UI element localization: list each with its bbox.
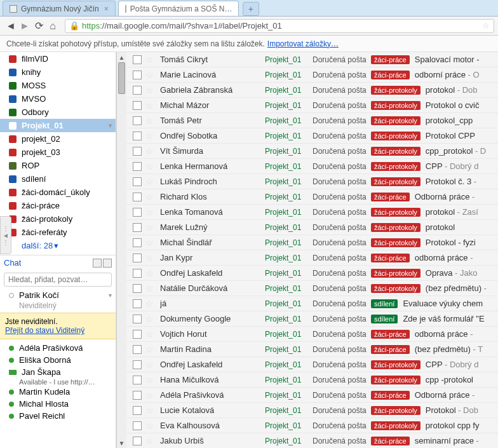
mail-row[interactable]: ☆Jakub UrbišProjekt_01Doručená poštažáci…: [126, 433, 498, 448]
mail-row[interactable]: ☆Natálie DurčákováProjekt_01Doručená poš…: [126, 281, 498, 296]
mail-row[interactable]: ☆Vít ŠimurdaProjekt_01Doručená poštažáci…: [126, 144, 498, 159]
mail-checkbox[interactable]: [133, 193, 142, 201]
mail-row[interactable]: ☆Richard KlosProjekt_01Doručená poštažác…: [126, 189, 498, 205]
sidebar-label-item[interactable]: ROP: [0, 159, 116, 172]
mail-checkbox[interactable]: [133, 254, 142, 262]
close-icon[interactable]: ×: [104, 4, 109, 13]
sidebar-label-item[interactable]: projekt_02: [0, 132, 116, 146]
star-icon[interactable]: ☆: [145, 207, 154, 217]
star-icon[interactable]: ☆: [145, 238, 154, 248]
star-icon[interactable]: ☆: [145, 344, 154, 355]
star-icon[interactable]: ☆: [145, 222, 154, 233]
forward-button[interactable]: ►: [18, 19, 32, 33]
chat-contact[interactable]: Jan Škapa: [0, 366, 116, 378]
mail-checkbox[interactable]: [133, 238, 142, 247]
star-icon[interactable]: ☆: [145, 283, 154, 294]
mail-scrollbar[interactable]: ▲ ▼: [116, 52, 126, 448]
mail-checkbox[interactable]: [133, 162, 142, 171]
mail-checkbox[interactable]: [133, 406, 142, 415]
go-visible-link[interactable]: Přejít do stavu Viditelný: [5, 326, 84, 335]
sidebar-label-item[interactable]: projekt_03: [0, 146, 116, 159]
mail-row[interactable]: ☆Jan KyprProjekt_01Doručená poštažáci-pr…: [126, 250, 498, 266]
chat-contact[interactable]: Eliška Oborná: [0, 354, 116, 366]
sidebar-label-item[interactable]: Odbory: [0, 105, 116, 119]
scroll-thumb[interactable]: [118, 62, 125, 94]
sidebar-label-item[interactable]: MVSO: [0, 92, 116, 105]
star-icon[interactable]: ☆: [145, 177, 154, 187]
sidebar-label-item[interactable]: žáci-protokoly: [0, 212, 116, 226]
chat-self-status[interactable]: Patrik Kočí ▾: [0, 289, 116, 301]
mail-row[interactable]: ☆Martin RadinaProjekt_01Doručená poštažá…: [126, 342, 498, 357]
sidebar-label-item[interactable]: filmVID: [0, 52, 116, 65]
mail-row[interactable]: ☆Tomáš CikrytProjekt_01Doručená poštažác…: [126, 52, 498, 67]
import-bookmarks-link[interactable]: Importovat záložky…: [267, 39, 339, 48]
star-icon[interactable]: ☆: [145, 161, 154, 172]
star-icon[interactable]: ☆: [145, 100, 154, 111]
address-bar[interactable]: 🔒 https://mail.google.com/mail/?shva=1#l…: [65, 19, 494, 33]
star-icon[interactable]: ☆: [145, 131, 154, 141]
mail-checkbox[interactable]: [133, 177, 142, 186]
mail-checkbox[interactable]: [133, 223, 142, 232]
mail-row[interactable]: ☆Adéla PrašivkováProjekt_01Doručená pošt…: [126, 388, 498, 403]
scroll-down-icon[interactable]: ▼: [117, 438, 126, 448]
star-icon[interactable]: ☆: [145, 55, 154, 65]
mail-checkbox[interactable]: [133, 330, 142, 339]
mail-row[interactable]: ☆Ondřej LaskafeldProjekt_01Doručená pošt…: [126, 357, 498, 372]
mail-checkbox[interactable]: [133, 421, 142, 430]
star-icon[interactable]: ☆: [145, 314, 154, 324]
mail-checkbox[interactable]: [133, 116, 142, 125]
scroll-up-icon[interactable]: ▲: [117, 52, 126, 62]
star-icon[interactable]: ☆: [145, 421, 154, 431]
mail-row[interactable]: ☆Eva KalhousováProjekt_01Doručená poštaž…: [126, 418, 498, 433]
sidebar-drag-handle[interactable]: ⋮◄⋮: [0, 216, 11, 254]
mail-row[interactable]: ☆Marie LacinováProjekt_01Doručená poštaž…: [126, 67, 498, 83]
mail-checkbox[interactable]: [133, 101, 142, 110]
mail-checkbox[interactable]: [133, 55, 142, 64]
mail-row[interactable]: ☆Michal MázorProjekt_01Doručená poštažác…: [126, 98, 498, 113]
sidebar-label-item[interactable]: Projekt_01▾: [0, 119, 116, 132]
mail-row[interactable]: ☆jáProjekt_01Doručená poštasdíleníEvalua…: [126, 296, 498, 311]
sidebar-label-item[interactable]: žáci-domácí_úkoly: [0, 186, 116, 199]
mail-row[interactable]: ☆Tomáš PetrProjekt_01Doručená poštažáci-…: [126, 113, 498, 128]
back-button[interactable]: ◄: [4, 19, 18, 33]
mail-checkbox[interactable]: [133, 376, 142, 384]
mail-checkbox[interactable]: [133, 345, 142, 354]
mail-checkbox[interactable]: [133, 391, 142, 400]
reload-button[interactable]: ⟳: [32, 19, 46, 33]
chat-minimize-button[interactable]: [103, 259, 112, 268]
mail-checkbox[interactable]: [133, 132, 142, 140]
close-icon[interactable]: ×: [237, 4, 238, 13]
chat-contact[interactable]: Martin Kudela: [0, 386, 116, 398]
mail-checkbox[interactable]: [133, 360, 142, 369]
sidebar-label-item[interactable]: sdílení: [0, 172, 116, 186]
mail-checkbox[interactable]: [133, 269, 142, 278]
star-icon[interactable]: ☆: [145, 268, 154, 278]
star-icon[interactable]: ☆: [145, 329, 154, 339]
star-icon[interactable]: ☆: [145, 253, 154, 263]
mail-row[interactable]: ☆Ondřej SobotkaProjekt_01Doručená poštaž…: [126, 128, 498, 144]
sidebar-label-item[interactable]: MOSS: [0, 79, 116, 92]
star-icon[interactable]: ☆: [145, 116, 154, 126]
mail-checkbox[interactable]: [133, 86, 142, 95]
star-icon[interactable]: ☆: [145, 436, 154, 446]
star-icon[interactable]: ☆: [145, 390, 154, 400]
new-tab-button[interactable]: +: [243, 2, 259, 16]
star-icon[interactable]: ☆: [145, 192, 154, 202]
mail-checkbox[interactable]: [133, 437, 142, 445]
mail-row[interactable]: ☆Michal ŠindlářProjekt_01Doručená poštaž…: [126, 235, 498, 250]
mail-row[interactable]: ☆Ondřej LaskafeldProjekt_01Doručená pošt…: [126, 266, 498, 281]
sidebar-label-item[interactable]: žáci-referáty: [0, 226, 116, 239]
mail-row[interactable]: ☆Vojtich HorutProjekt_01Doručená poštažá…: [126, 327, 498, 342]
chat-search-input[interactable]: [4, 273, 112, 287]
mail-row[interactable]: ☆Lenka TomanováProjekt_01Doručená poštaž…: [126, 205, 498, 220]
mail-checkbox[interactable]: [133, 208, 142, 217]
mail-checkbox[interactable]: [133, 71, 142, 79]
mail-checkbox[interactable]: [133, 284, 142, 293]
star-icon[interactable]: ☆: [145, 360, 154, 370]
mail-row[interactable]: ☆Lucie KotalováProjekt_01Doručená poštaž…: [126, 403, 498, 418]
chat-contact[interactable]: Michal Hlosta: [0, 398, 116, 410]
mail-checkbox[interactable]: [133, 315, 142, 323]
sidebar-label-item[interactable]: žáci-práce: [0, 199, 116, 212]
star-icon[interactable]: ☆: [145, 70, 154, 80]
chat-options-button[interactable]: [93, 259, 102, 268]
